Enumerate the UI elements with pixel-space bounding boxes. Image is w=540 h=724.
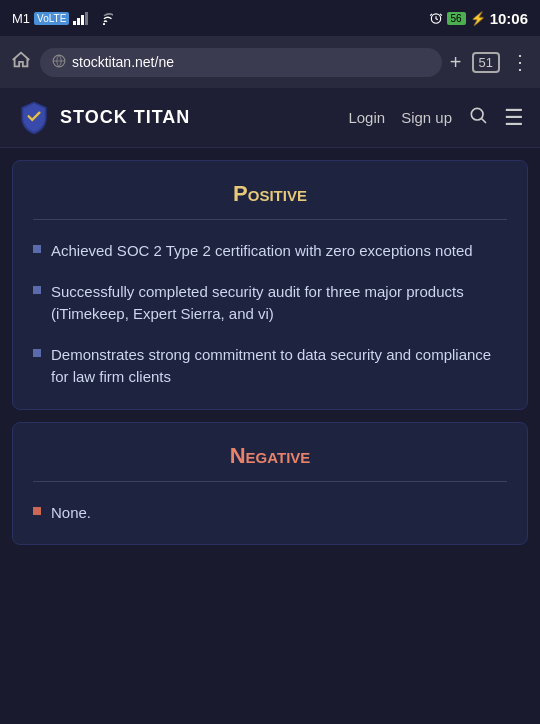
new-tab-button[interactable]: +	[450, 51, 462, 74]
positive-item-3: Demonstrates strong commitment to data s…	[51, 344, 507, 389]
site-header: STOCK TITAN Login Sign up ☰	[0, 88, 540, 148]
wifi-icon	[95, 11, 113, 25]
logo-icon	[16, 100, 52, 136]
bullet-icon	[33, 286, 41, 294]
tabs-count[interactable]: 51	[472, 52, 500, 73]
signal-icon	[73, 11, 91, 25]
volte-badge: VoLTE	[34, 12, 69, 25]
negative-item-1: None.	[51, 502, 91, 525]
svg-rect-3	[85, 12, 88, 25]
bullet-icon	[33, 245, 41, 253]
negative-section: Negative None.	[12, 422, 528, 546]
logo-text: STOCK TITAN	[60, 107, 190, 128]
battery-level: 56	[447, 12, 466, 25]
browser-actions: + 51 ⋮	[450, 50, 530, 74]
list-item: Achieved SOC 2 Type 2 certification with…	[33, 240, 507, 263]
status-time: 10:06	[490, 10, 528, 27]
status-right: 56 ⚡ 10:06	[429, 10, 529, 27]
signup-link[interactable]: Sign up	[401, 109, 452, 126]
browser-bar: stocktitan.net/ne + 51 ⋮	[0, 36, 540, 88]
negative-divider	[33, 481, 507, 482]
home-button[interactable]	[10, 49, 32, 76]
bullet-icon	[33, 349, 41, 357]
positive-bullet-list: Achieved SOC 2 Type 2 certification with…	[33, 240, 507, 389]
list-item: Demonstrates strong commitment to data s…	[33, 344, 507, 389]
positive-title: Positive	[33, 181, 507, 207]
carrier-label: M1	[12, 11, 30, 26]
svg-rect-1	[77, 18, 80, 25]
nav-links: Login Sign up ☰	[348, 105, 524, 131]
url-text: stocktitan.net/ne	[72, 54, 430, 70]
alarm-icon	[429, 11, 443, 25]
hamburger-menu-button[interactable]: ☰	[504, 105, 524, 131]
svg-rect-0	[73, 21, 76, 25]
charging-icon: ⚡	[470, 11, 486, 26]
logo-area: STOCK TITAN	[16, 100, 348, 136]
svg-point-4	[103, 23, 105, 25]
main-content: Positive Achieved SOC 2 Type 2 certifica…	[0, 160, 540, 545]
positive-item-2: Successfully completed security audit fo…	[51, 281, 507, 326]
search-icon[interactable]	[468, 105, 488, 130]
positive-item-1: Achieved SOC 2 Type 2 certification with…	[51, 240, 473, 263]
negative-bullet-list: None.	[33, 502, 507, 525]
browser-menu-button[interactable]: ⋮	[510, 50, 530, 74]
list-item: None.	[33, 502, 507, 525]
status-left: M1 VoLTE	[12, 11, 113, 26]
positive-divider	[33, 219, 507, 220]
positive-section: Positive Achieved SOC 2 Type 2 certifica…	[12, 160, 528, 410]
list-item: Successfully completed security audit fo…	[33, 281, 507, 326]
svg-rect-2	[81, 15, 84, 25]
bullet-icon	[33, 507, 41, 515]
negative-title: Negative	[33, 443, 507, 469]
url-security-icon	[52, 54, 66, 71]
status-bar: M1 VoLTE 56 ⚡ 10:06	[0, 0, 540, 36]
url-bar[interactable]: stocktitan.net/ne	[40, 48, 442, 77]
login-link[interactable]: Login	[348, 109, 385, 126]
